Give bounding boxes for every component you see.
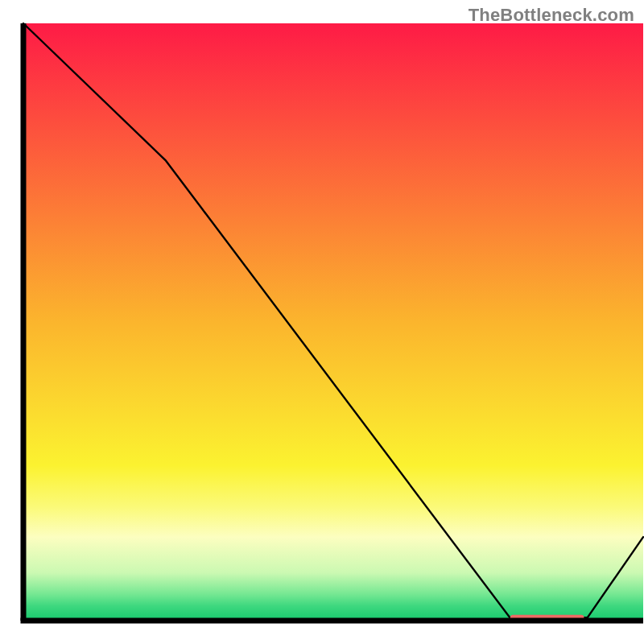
bottleneck-chart: TheBottleneck.com — [0, 0, 644, 644]
chart-plot-area — [23, 23, 643, 621]
attribution-label: TheBottleneck.com — [469, 5, 634, 26]
chart-svg — [0, 0, 644, 644]
